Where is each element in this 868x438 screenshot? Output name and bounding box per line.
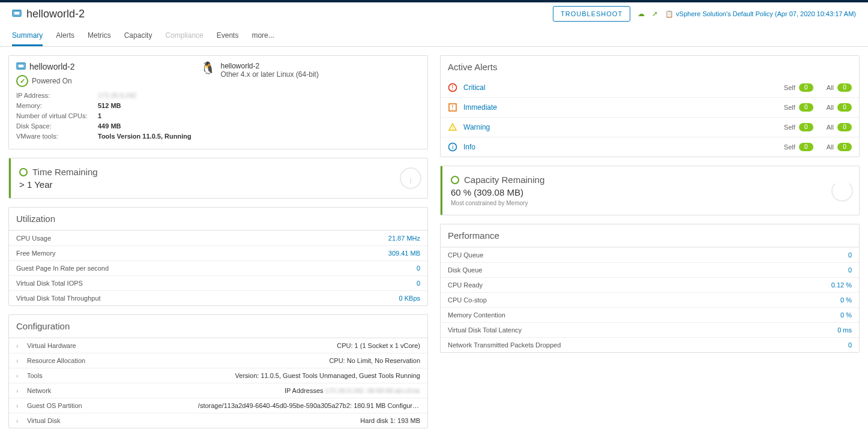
clock-icon [400, 167, 421, 189]
capacity-remaining-sub: Most constrained by Memory [451, 200, 544, 206]
alert-link-info[interactable]: Info [463, 143, 778, 151]
config-row[interactable]: ›Resource AllocationCPU: No Limit, No Re… [9, 353, 427, 368]
chevron-right-icon: › [16, 343, 22, 349]
metric-row: Virtual Disk Total IOPS0 [9, 275, 427, 290]
info-key: IP Address: [16, 91, 94, 101]
power-on-icon [16, 75, 28, 87]
tab-summary[interactable]: Summary [12, 26, 43, 46]
alert-all-badge: 0 [837, 83, 852, 92]
cloud-icon: ☁ [637, 10, 645, 18]
alert-all-badge: 0 [837, 123, 852, 131]
config-value: /storage/113a2d49-6640-45d0-95be-590a305… [198, 402, 420, 409]
vm-summary-card: helloworld-2 Powered On 🐧 helloworld-2 O… [8, 55, 428, 149]
config-row[interactable]: ›Virtual DiskHard disk 1: 193 MB [9, 413, 427, 428]
config-label: Tools [27, 372, 43, 379]
info-value: 1 [98, 111, 101, 121]
alert-self-badge: 0 [799, 143, 813, 151]
capacity-remaining-title: Capacity Remaining [464, 175, 544, 185]
gauge-icon [831, 180, 853, 202]
metric-row: Virtual Disk Total Latency0 ms [441, 322, 859, 337]
info-value: 512 MB [98, 101, 121, 111]
config-label: Virtual Disk [27, 417, 60, 424]
config-row[interactable]: ›Virtual HardwareCPU: 1 (1 Socket x 1 vC… [9, 338, 427, 353]
config-value: Hard disk 1: 193 MB [360, 417, 420, 424]
alert-self-badge: 0 [799, 103, 813, 112]
tab-more-[interactable]: more... [252, 26, 274, 46]
info-value: 449 MB [98, 121, 121, 131]
config-label: Virtual Hardware [27, 342, 76, 349]
time-remaining-value: > 1 Year [19, 179, 98, 190]
metric-value[interactable]: 21.87 MHz [388, 235, 420, 242]
status-ok-icon [19, 168, 28, 176]
configuration-card: Configuration ›Virtual HardwareCPU: 1 (1… [8, 314, 428, 428]
metric-label: Disk Queue [448, 266, 482, 274]
alert-all-label: All [827, 84, 834, 91]
alert-link-warning[interactable]: Warning [463, 123, 778, 131]
metric-label: CPU Usage [16, 235, 51, 242]
metric-label: CPU Co-stop [448, 296, 487, 304]
metric-value[interactable]: 0 % [840, 296, 852, 304]
alert-all-label: All [827, 124, 834, 131]
troubleshoot-button[interactable]: TROUBLESHOOT [553, 6, 630, 22]
alert-row-info: iInfoSelf0All0 [441, 137, 859, 157]
svg-text:!: ! [452, 85, 454, 91]
alert-self-label: Self [784, 143, 795, 151]
chevron-right-icon: › [16, 358, 22, 364]
alert-self-label: Self [784, 84, 795, 91]
config-row[interactable]: ›Guest OS Partition/storage/113a2d49-664… [9, 398, 427, 413]
vm-name: helloworld-2 [29, 62, 74, 71]
metric-value[interactable]: 0 KBps [399, 295, 420, 302]
metric-value[interactable]: 0.12 % [831, 281, 852, 289]
config-label: Network [27, 387, 51, 394]
metric-label: Network Transmitted Packets Dropped [448, 341, 561, 349]
metric-row: Network Transmitted Packets Dropped0 [441, 337, 859, 352]
alert-self-badge: 0 [799, 83, 813, 92]
metric-label: Virtual Disk Total IOPS [16, 280, 83, 287]
alert-row-critical: !CriticalSelf0All0 [441, 78, 859, 97]
alert-link-immediate[interactable]: Immediate [463, 103, 778, 112]
info-value: Tools Version 11.0.5, Running [98, 131, 191, 142]
alert-row-immediate: !ImmediateSelf0All0 [441, 97, 859, 117]
tab-events[interactable]: Events [217, 26, 239, 46]
svg-rect-3 [18, 64, 24, 68]
critical-icon: ! [448, 83, 457, 92]
metric-value[interactable]: 0 [848, 266, 852, 274]
active-alerts-card: Active Alerts !CriticalSelf0All0!Immedia… [440, 55, 860, 157]
info-key: Memory: [16, 101, 94, 111]
capacity-remaining-card: Capacity Remaining 60 % (309.08 MB) Most… [440, 166, 860, 215]
metric-label: CPU Queue [448, 251, 483, 259]
policy-link[interactable]: 📋 vSphere Solution's Default Policy (Apr… [665, 10, 856, 18]
config-row[interactable]: ›NetworkIP Addresses 172.26.0.242, 00:50… [9, 383, 427, 398]
policy-icon: 📋 [665, 10, 674, 18]
utilization-title: Utilization [9, 208, 427, 230]
metric-label: Virtual Disk Total Latency [448, 326, 522, 334]
metric-value[interactable]: 0 % [840, 311, 852, 319]
tab-alerts[interactable]: Alerts [56, 26, 74, 46]
os-desc: Other 4.x or later Linux (64-bit) [220, 70, 318, 79]
vm-icon [16, 62, 26, 71]
tab-capacity[interactable]: Capacity [124, 26, 152, 46]
metric-value[interactable]: 0 [848, 251, 852, 259]
alert-link-critical[interactable]: Critical [463, 83, 778, 92]
info-key: Number of virtual CPUs: [16, 111, 94, 121]
metric-label: Free Memory [16, 250, 55, 257]
metric-value[interactable]: 0 [417, 265, 420, 272]
info-value: 172.26.0.242 [98, 91, 136, 101]
alert-self-label: Self [784, 104, 795, 111]
metric-value[interactable]: 0 ms [837, 326, 852, 334]
config-row[interactable]: ›ToolsVersion: 11.0.5, Guest Tools Unman… [9, 368, 427, 383]
vm-info-table: IP Address:172.26.0.242Memory:512 MBNumb… [9, 91, 427, 149]
metric-value[interactable]: 0 [417, 280, 420, 287]
active-alerts-title: Active Alerts [441, 56, 859, 78]
alert-all-badge: 0 [837, 103, 852, 112]
capacity-remaining-value: 60 % (309.08 MB) [451, 187, 544, 197]
chevron-right-icon: › [16, 403, 22, 409]
metric-value[interactable]: 0 [848, 341, 852, 349]
metric-value[interactable]: 309.41 MB [388, 250, 420, 257]
tab-metrics[interactable]: Metrics [88, 26, 111, 46]
time-remaining-card: Time Remaining > 1 Year [8, 158, 428, 199]
metric-row: CPU Co-stop0 % [441, 292, 859, 307]
svg-text:!: ! [452, 125, 454, 131]
utilization-card: Utilization CPU Usage21.87 MHzFree Memor… [8, 207, 428, 306]
svg-text:i: i [452, 144, 453, 151]
